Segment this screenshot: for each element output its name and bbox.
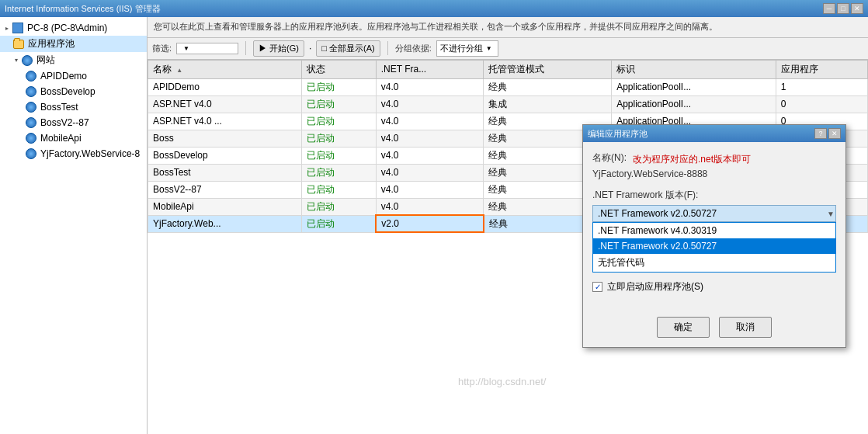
sidebar-site-item[interactable]: BossDevelop [0,84,147,99]
show-all-label: □ 全部显示(A) [321,43,374,54]
col-status: 状态 [301,60,376,78]
dialog-close-button[interactable]: ✕ [828,128,841,139]
group-by-label: 分组依据: [395,43,432,54]
title-bar-buttons[interactable]: ─ □ ✕ [823,3,863,14]
title-bar-text: Internet Information Services (IIS) 管理器 [5,3,823,15]
dialog-body: 名称(N): 改为程序对应的.net版本即可 YjFactory.WebServ… [583,142,845,311]
sidebar-server[interactable]: ▸ PC-8 (PC-8\Admin) [0,20,147,36]
framework-dropdown-list: .NET Framework v4.0.30319 .NET Framework… [592,222,836,273]
table-cell: ASP.NET v4.0 ... [148,113,302,130]
site-list: APIDDemoBossDevelopBossTestBossV2--87Mob… [0,68,147,161]
table-cell: Boss [148,130,302,147]
table-header-row: 名称 ▲ 状态 .NET Fra... 托管管道模式 标识 应用程序 [148,60,868,78]
site-label: BossV2--87 [40,117,89,128]
edit-app-pool-dialog: 编辑应用程序池 ? ✕ 名称(N): 改为程序对应的.net版本即可 YjFac… [582,124,846,348]
sidebar-websites[interactable]: ▾ 网站 [0,52,147,68]
group-by-dropdown[interactable]: 不进行分组 ▼ [436,40,498,57]
table-cell: 已启动 [301,215,376,232]
dialog-titlebar: 编辑应用程序池 ? ✕ [583,125,845,142]
col-identity: 标识 [612,60,776,78]
filter-dropdown[interactable]: ▼ [176,43,238,54]
table-cell: 已启动 [301,95,376,113]
ok-button[interactable]: 确定 [657,317,710,338]
filter-dropdown-arrow: ▼ [183,45,189,52]
framework-label: .NET Framework 版本(F): [592,189,836,202]
separator-dot: · [309,43,311,54]
table-cell: ApplicationPoolI... [612,78,776,95]
dialog-footer: 确定 取消 [583,311,845,347]
sidebar: ▸ PC-8 (PC-8\Admin) 应用程序池 ▾ 网站 APIDDemoB… [0,17,148,434]
sidebar-site-item[interactable]: APIDDemo [0,68,147,84]
table-cell: v2.0 [376,215,484,232]
sidebar-site-item[interactable]: BossTest [0,99,147,115]
group-by-value: 不进行分组 [440,43,483,54]
site-label: BossDevelop [40,86,95,97]
table-cell: 集成 [484,95,612,113]
globe-icon [25,85,37,98]
table-cell: 已启动 [301,181,376,198]
sidebar-site-item[interactable]: BossV2--87 [0,115,147,130]
app-pool-label: 应用程序池 [28,37,75,50]
site-label: APIDDemo [40,71,87,82]
table-cell: 已启动 [301,164,376,181]
filter-label: 筛选: [152,43,172,54]
globe-icon [25,148,37,160]
globe-icon [21,54,33,67]
table-row[interactable]: APIDDemo已启动v4.0经典ApplicationPoolI...1 [148,78,868,95]
table-cell: 已启动 [301,130,376,147]
title-bar: Internet Information Services (IIS) 管理器 … [0,0,868,17]
sidebar-site-item[interactable]: MobileApi [0,130,147,146]
show-all-button[interactable]: □ 全部显示(A) [316,40,380,57]
table-cell: BossV2--87 [148,181,302,198]
globe-icon [25,116,37,129]
checkbox-row: ✓ 立即启动应用程序池(S) [592,280,836,293]
table-cell: 1 [776,78,867,95]
table-cell: v4.0 [376,95,484,113]
info-text: 您可以在此页上查看和管理服务器上的应用程序池列表。应用程序池与工作进程相关联，包… [154,22,717,31]
start-button[interactable]: ▶ 开始(G) [253,40,304,57]
table-cell: v4.0 [376,113,484,130]
maximize-button[interactable]: □ [837,3,849,14]
close-button[interactable]: ✕ [851,3,863,14]
table-row[interactable]: ASP.NET v4.0已启动v4.0集成ApplicationPoolI...… [148,95,868,113]
col-apps: 应用程序 [776,60,867,78]
table-cell: v4.0 [376,164,484,181]
site-label: YjFactory.WebService-8 [40,148,140,159]
table-cell: v4.0 [376,198,484,215]
table-cell: 已启动 [301,198,376,215]
table-cell: v4.0 [376,181,484,198]
framework-row: .NET Framework 版本(F): .NET Framework v2.… [592,189,836,273]
cancel-button[interactable]: 取消 [719,317,772,338]
option-net4[interactable]: .NET Framework v4.0.30319 [593,223,835,238]
dialog-help-button[interactable]: ? [814,128,827,139]
col-net: .NET Fra... [376,60,484,78]
globe-icon [25,101,37,113]
name-annotation: 改为程序对应的.net版本即可 [633,153,751,166]
framework-select-wrapper: .NET Framework v2.0.50727 ▼ [592,205,836,222]
sidebar-app-pool[interactable]: 应用程序池 [0,36,147,52]
start-checkbox[interactable]: ✓ [592,282,602,292]
dialog-title-buttons[interactable]: ? ✕ [814,128,841,139]
watermark: http://blog.csdn.net/ [458,376,546,387]
table-cell: 已启动 [301,78,376,95]
info-bar: 您可以在此页上查看和管理服务器上的应用程序池列表。应用程序池与工作进程相关联，包… [148,17,868,38]
checkbox-label: 立即启动应用程序池(S) [607,280,703,293]
option-net2[interactable]: .NET Framework v2.0.50727 [593,238,835,254]
table-cell: 已启动 [301,113,376,130]
table-cell: v4.0 [376,78,484,95]
col-name: 名称 ▲ [148,60,302,78]
server-icon [12,22,24,34]
sidebar-site-item[interactable]: YjFactory.WebService-8 [0,146,147,161]
table-cell: ApplicationPoolI... [612,95,776,113]
table-cell: MobileApi [148,198,302,215]
framework-select-display[interactable]: .NET Framework v2.0.50727 [592,205,836,222]
table-cell: ASP.NET v4.0 [148,95,302,113]
minimize-button[interactable]: ─ [823,3,835,14]
site-label: MobileApi [40,133,82,144]
folder-icon [12,38,25,50]
table-cell: YjFactory.Web... [148,215,302,232]
option-unmanaged[interactable]: 无托管代码 [593,254,835,272]
start-label: ▶ 开始(G) [259,43,299,54]
globe-icon [25,70,37,82]
expand-icon: ▸ [3,25,10,32]
